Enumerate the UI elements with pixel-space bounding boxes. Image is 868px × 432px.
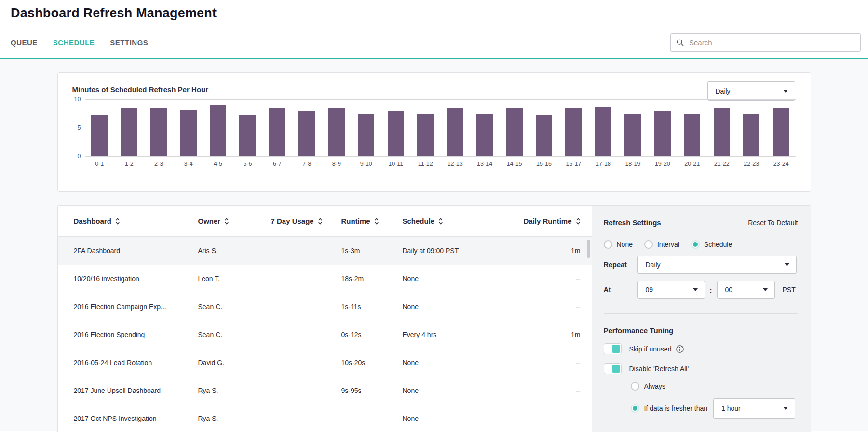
chart-title: Minutes of Scheduled Refresh Per Hour — [72, 85, 796, 94]
tab-schedule[interactable]: SCHEDULE — [53, 39, 95, 47]
column-header-runtime[interactable]: Runtime — [341, 217, 403, 225]
radio-label: None — [617, 241, 633, 248]
cell-dashboard: 2017 Oct NPS Investigation — [74, 415, 198, 422]
tab-settings[interactable]: SETTINGS — [110, 39, 148, 47]
tab-bar: QUEUESCHEDULESETTINGS — [0, 27, 868, 59]
cell-daily-runtime: -- — [521, 415, 581, 422]
x-axis-label: 5-6 — [243, 161, 252, 167]
page-header: Dashboard Refresh Management — [0, 0, 868, 27]
table-row[interactable]: 2016-05-24 Lead RotationDavid G.10s-20sN… — [58, 349, 592, 377]
sort-icon — [224, 218, 229, 225]
x-axis-label: 21-22 — [714, 161, 730, 167]
x-axis-label: 13-14 — [477, 161, 492, 167]
tab-queue[interactable]: QUEUE — [11, 39, 38, 47]
minute-dropdown[interactable]: 00 — [717, 281, 775, 299]
column-header-label: Dashboard — [74, 217, 111, 225]
chart-bar — [298, 111, 315, 156]
chart-bar — [714, 108, 730, 156]
fresher-than-dropdown[interactable]: 1 hour — [713, 398, 795, 418]
radio-label: Schedule — [704, 241, 732, 248]
cell-runtime: 0s-12s — [341, 331, 403, 338]
cell-schedule: Daily at 09:00 PST — [403, 247, 521, 255]
cell-dashboard: 2016-05-24 Lead Rotation — [74, 359, 198, 366]
x-axis-label: 4-5 — [214, 161, 222, 167]
at-label: At — [604, 286, 637, 294]
x-axis-label: 11-12 — [418, 161, 433, 167]
chart-interval-dropdown[interactable]: Daily — [707, 81, 795, 101]
chevron-down-icon — [783, 407, 788, 410]
search-icon — [677, 39, 684, 46]
chart-bar — [358, 114, 374, 156]
chart-bar — [150, 108, 167, 156]
table-scrollbar[interactable] — [587, 240, 590, 258]
refresh-all-option-fresher[interactable]: If data is fresher than 1 hour — [631, 398, 798, 418]
chart-bar — [210, 105, 226, 156]
x-axis-label: 19-20 — [655, 161, 670, 167]
chart-bar — [328, 108, 345, 156]
column-header-label: 7 Day Usage — [271, 217, 314, 225]
gridline — [85, 128, 796, 128]
chart-bar — [121, 108, 137, 156]
sort-icon — [438, 218, 443, 225]
table-row[interactable]: 2016 Election Campaign Exp...Sean C.1s-1… — [58, 293, 592, 321]
refresh-mode-none[interactable]: None — [604, 240, 633, 249]
column-header-label: Schedule — [403, 217, 435, 225]
radio-icon — [644, 240, 653, 249]
radio-icon — [691, 240, 700, 249]
cell-owner: Sean C. — [198, 303, 271, 310]
column-header-owner[interactable]: Owner — [198, 217, 271, 225]
table-row[interactable]: 2FA DashboardAris S.1s-3mDaily at 09:00 … — [58, 237, 592, 265]
column-header-schedule[interactable]: Schedule — [403, 217, 521, 225]
divider — [604, 313, 798, 314]
chart-bar — [565, 108, 582, 156]
column-header-daily-runtime[interactable]: Daily Runtime — [521, 217, 581, 225]
cell-daily-runtime: -- — [521, 275, 581, 283]
column-header-label: Owner — [198, 217, 221, 225]
refresh-mode-schedule[interactable]: Schedule — [691, 240, 732, 249]
x-axis-label: 15-16 — [536, 161, 552, 167]
cell-owner: Rya S. — [198, 415, 271, 422]
info-icon[interactable] — [676, 345, 684, 353]
cell-owner: Aris S. — [198, 247, 271, 255]
y-axis-tick: 10 — [74, 96, 81, 103]
table-row[interactable]: 2017 June Upsell DashboardRya S.9s-95sNo… — [58, 377, 592, 405]
chart-bar — [654, 111, 671, 156]
table-row[interactable]: 10/20/16 investigationLeon T.18s-2mNone-… — [58, 265, 592, 293]
chart-bar — [595, 107, 611, 156]
cell-schedule: None — [403, 387, 521, 394]
disable-refresh-all-toggle[interactable] — [604, 363, 622, 374]
cell-schedule: None — [403, 275, 521, 283]
refresh-mode-interval[interactable]: Interval — [644, 240, 679, 249]
radio-label: Interval — [657, 241, 679, 248]
main-content: Minutes of Scheduled Refresh Per Hour Da… — [0, 59, 868, 431]
page-title: Dashboard Refresh Management — [11, 6, 217, 21]
column-header-7-day-usage[interactable]: 7 Day Usage — [271, 217, 341, 225]
chart-bar — [180, 110, 197, 156]
hour-dropdown[interactable]: 09 — [637, 281, 705, 299]
refresh-all-option-always[interactable]: Always — [631, 382, 798, 391]
search-input[interactable] — [688, 38, 854, 47]
chart-bar — [91, 115, 108, 156]
cell-dashboard: 10/20/16 investigation — [74, 275, 198, 283]
reset-to-default-link[interactable]: Reset To Default — [748, 219, 798, 227]
x-axis-label: 12-13 — [448, 161, 463, 167]
plot-area: 0-11-22-33-44-55-66-77-88-99-1010-1111-1… — [85, 99, 796, 156]
y-axis-tick: 0 — [78, 153, 81, 160]
x-axis-label: 9-10 — [360, 161, 372, 167]
cell-daily-runtime: 1m — [521, 331, 581, 338]
table-row[interactable]: 2017 Oct NPS InvestigationRya S.--None-- — [58, 405, 592, 432]
chart-bar — [239, 115, 256, 156]
cell-owner: Rya S. — [198, 387, 271, 394]
cell-schedule: None — [403, 415, 521, 422]
cell-schedule: Every 4 hrs — [403, 331, 521, 338]
search-box[interactable] — [670, 33, 861, 52]
chart-bar — [476, 114, 493, 157]
table-row[interactable]: 2016 Election SpendingSean C.0s-12sEvery… — [58, 321, 592, 349]
chart-bar — [269, 108, 285, 156]
radio-icon — [631, 382, 639, 391]
cell-runtime: -- — [341, 415, 403, 422]
repeat-dropdown[interactable]: Daily — [637, 256, 797, 274]
column-header-dashboard[interactable]: Dashboard — [74, 217, 198, 225]
cell-runtime: 18s-2m — [341, 275, 403, 283]
skip-if-unused-toggle[interactable] — [604, 343, 622, 354]
